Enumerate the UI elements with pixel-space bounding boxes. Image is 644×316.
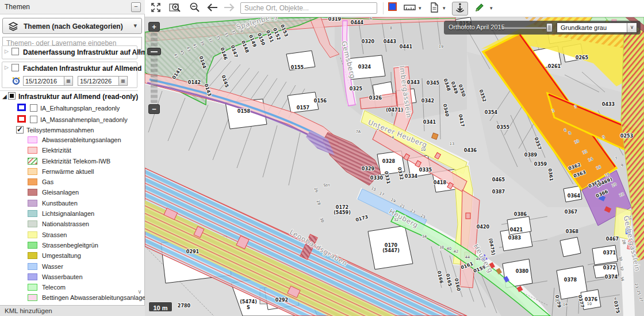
parcel-label: 0436	[464, 148, 477, 153]
parcel-label: 0433	[602, 102, 615, 107]
full-extent-button[interactable]	[148, 2, 163, 16]
house-label: 6	[370, 17, 372, 21]
legend-item: Gleisanlagen	[0, 188, 138, 198]
parcel-label: 0421	[510, 227, 523, 233]
parcel-label: (5447)	[382, 248, 400, 253]
identify-button[interactable]	[452, 2, 468, 16]
opacity-slider-handle[interactable]	[546, 23, 553, 32]
basemap-select[interactable]: Grundkarte grau ∨	[557, 22, 637, 33]
next-extent-button[interactable]	[222, 2, 237, 16]
calendar-icon[interactable]: ▦	[118, 76, 128, 86]
theme-category-dropdown[interactable]: Themen (nach Geokategorien) ▾	[2, 18, 142, 34]
layer-label: IA_Erhaltungsplan_readonly	[40, 105, 120, 112]
layer-checkbox[interactable]	[12, 48, 19, 55]
basemap-panel: Orthofoto April 2015 Grundkarte grau ∨	[444, 21, 641, 35]
legend-item: Wasserbauten	[0, 272, 138, 283]
date-to-input[interactable]	[78, 76, 119, 86]
layer-checkbox[interactable]	[30, 116, 37, 123]
parcel-label: 0334	[405, 174, 418, 179]
draw-button[interactable]	[473, 2, 486, 16]
layer-tree: ∧ ∨ ▷ Datenerfassung Infrastruktur auf A…	[0, 44, 145, 306]
selection-color-button[interactable]	[386, 2, 399, 16]
parcel-label: 0329	[362, 166, 375, 172]
layer-group-infrastruktur: ◢ Infrastruktur auf Allmend (read-only) …	[0, 90, 138, 306]
legend-swatch	[28, 147, 37, 154]
legend-swatch	[28, 178, 37, 185]
parcel-label: 0380	[516, 269, 529, 274]
collapse-panel-button[interactable]: −	[131, 2, 141, 12]
legend-label: Strassenbegleitgrün	[42, 242, 98, 249]
legend-list: AbwasserableitungsanlagenElektrizitätEle…	[0, 135, 138, 306]
layer-checkbox[interactable]	[12, 64, 19, 71]
parcel-label: 0292	[275, 298, 288, 303]
house-label: 42	[454, 249, 458, 254]
teilsystem-checkbox[interactable]: ✓	[16, 126, 24, 134]
parcel-label: 0386	[514, 212, 527, 217]
legend-swatch	[28, 252, 37, 259]
parcel-label: 0326	[369, 96, 382, 101]
ortho-layer-label: Orthofoto April 2015	[448, 24, 505, 31]
calendar-icon[interactable]: ▦	[64, 76, 73, 86]
expander-icon[interactable]: ◢	[2, 93, 7, 100]
parcel-label: 0265	[576, 55, 589, 60]
theme-category-label: Themen (nach Geokategorien)	[24, 22, 123, 31]
zoom-out-icon	[189, 2, 201, 14]
expander-icon[interactable]: ▷	[5, 48, 9, 54]
legend-swatch	[28, 263, 37, 270]
legend-label: Bettingen Abwasserableitungsanlagen	[42, 294, 145, 301]
report-menu-caret[interactable]: ▾	[443, 5, 446, 11]
legend-swatch	[28, 273, 37, 280]
chevron-down-icon: ∨	[627, 23, 637, 32]
parcel-label: 0368	[566, 229, 579, 234]
legend-swatch	[28, 242, 37, 249]
legend-item: Elektrizität Telekom-IWB	[0, 157, 138, 167]
map-viewport[interactable]: 0444031903200443044103240325032601560343…	[145, 17, 644, 316]
date-from-input[interactable]	[23, 76, 64, 86]
legend-swatch	[28, 168, 37, 175]
legend-item: Umgestaltung	[0, 251, 138, 261]
draw-menu-caret[interactable]: ▾	[490, 5, 493, 11]
toolbar-divider	[383, 2, 384, 14]
parcel-label: 0383	[508, 235, 521, 241]
parcel-label: 0374	[605, 275, 618, 280]
report-button[interactable]	[428, 2, 440, 16]
zoom-slider-track[interactable]	[151, 33, 158, 103]
legend-item: Nationalstrassen	[0, 219, 138, 230]
zoom-in-box-button[interactable]	[168, 2, 183, 16]
legend-swatch	[28, 136, 37, 143]
zoom-slider-handle[interactable]	[147, 48, 161, 55]
layer-checkbox[interactable]	[30, 104, 37, 112]
expander-icon[interactable]: ▷	[5, 64, 9, 70]
house-label: 40	[447, 246, 451, 251]
legend-label: Gleisanlagen	[42, 189, 79, 196]
kml-bar[interactable]: KML hinzufügen	[0, 305, 145, 316]
zoom-out-button[interactable]: −	[148, 104, 160, 114]
zoom-out-button[interactable]	[187, 2, 202, 16]
legend-label: Wasser	[42, 263, 63, 270]
erhaltungsplan-swatch	[17, 104, 26, 111]
measure-ruler-icon	[403, 2, 417, 13]
house-label: 4	[614, 296, 616, 301]
parcel-label: 0328	[382, 159, 396, 164]
zoom-in-button[interactable]: +	[148, 22, 160, 32]
layer-group-datenerfassung[interactable]: ▷ Datenerfassung Infrastruktur auf Allme…	[2, 45, 137, 59]
legend-swatch	[28, 294, 37, 301]
measure-menu-caret[interactable]: ▾	[419, 5, 421, 11]
house-label: 10	[587, 302, 592, 306]
layer-checkbox-indeterminate[interactable]	[8, 92, 16, 100]
kml-add-label: KML hinzufügen	[5, 307, 52, 314]
legend-item: Gas	[0, 177, 138, 188]
parcel-label: (5459)	[334, 210, 351, 215]
previous-extent-button[interactable]	[205, 2, 220, 16]
parcel-label: 0443	[384, 39, 396, 44]
search-input[interactable]	[240, 2, 377, 14]
measure-button[interactable]	[402, 2, 417, 16]
map-canvas: 0444031903200443044103240325032601560343…	[145, 17, 644, 316]
parcel-label: 0291	[186, 249, 200, 254]
identify-icon	[454, 2, 466, 14]
opacity-slider-track[interactable]	[501, 27, 551, 29]
parcel-label: 0253	[620, 134, 633, 139]
legend-label: Strassen	[42, 231, 67, 238]
legend-item: Fernwärme aktuell	[0, 167, 138, 177]
layer-group-fachdaten[interactable]: ▷ Fachdaten Infrastruktur auf Allmend ▦ …	[2, 62, 137, 88]
